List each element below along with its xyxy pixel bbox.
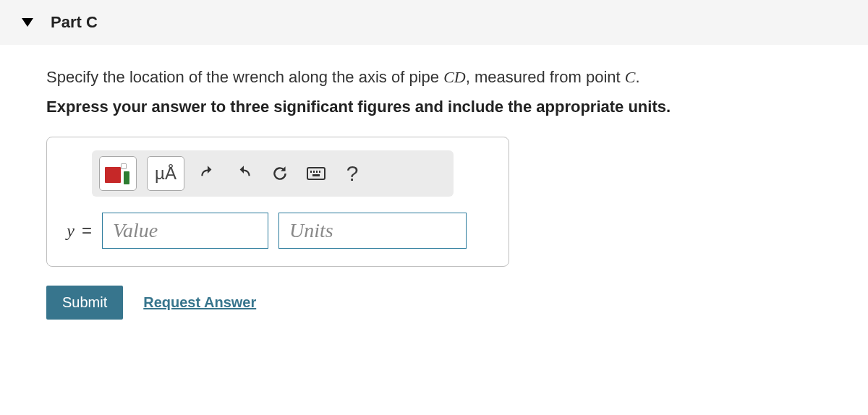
part-title: Part C [51,13,98,32]
part-header[interactable]: Part C [0,0,868,45]
answer-toolbar: µÅ ? [92,150,454,197]
submit-button[interactable]: Submit [46,286,123,320]
math-c: C [625,68,636,86]
prompt-text-pre: Specify the location of the wrench along… [46,68,443,86]
value-placeholder: Value [113,219,158,242]
prompt-text-mid: , measured from point [466,68,625,86]
keyboard-icon [307,167,326,180]
variable-symbol: y [67,221,75,240]
prompt-text-post: . [635,68,639,86]
variable-label: y = [61,221,92,241]
units-input[interactable]: Units [278,213,467,249]
answer-input-row: y = Value Units [61,213,498,249]
collapse-caret-icon[interactable] [22,18,33,27]
keyboard-button[interactable] [303,161,329,187]
mu-angstrom-icon: µÅ [155,163,176,184]
redo-icon [234,164,253,183]
help-icon: ? [346,161,359,186]
action-row: Submit Request Answer [46,286,822,320]
special-characters-button[interactable]: µÅ [147,156,184,191]
redo-button[interactable] [231,161,257,187]
templates-icon [105,163,131,184]
value-input[interactable]: Value [102,213,268,249]
equals-sign: = [82,221,92,240]
units-placeholder: Units [289,219,333,242]
reset-icon [271,164,289,183]
answer-box: µÅ ? y = Value [46,137,509,267]
undo-icon [198,164,217,183]
undo-button[interactable] [195,161,221,187]
request-answer-link[interactable]: Request Answer [143,294,256,311]
part-content: Specify the location of the wrench along… [0,45,868,333]
reset-button[interactable] [267,161,293,187]
question-prompt: Specify the location of the wrench along… [46,65,822,89]
answer-instruction: Express your answer to three significant… [46,98,822,116]
templates-button[interactable] [99,156,137,191]
help-button[interactable]: ? [339,161,365,187]
math-cd: CD [443,68,466,86]
